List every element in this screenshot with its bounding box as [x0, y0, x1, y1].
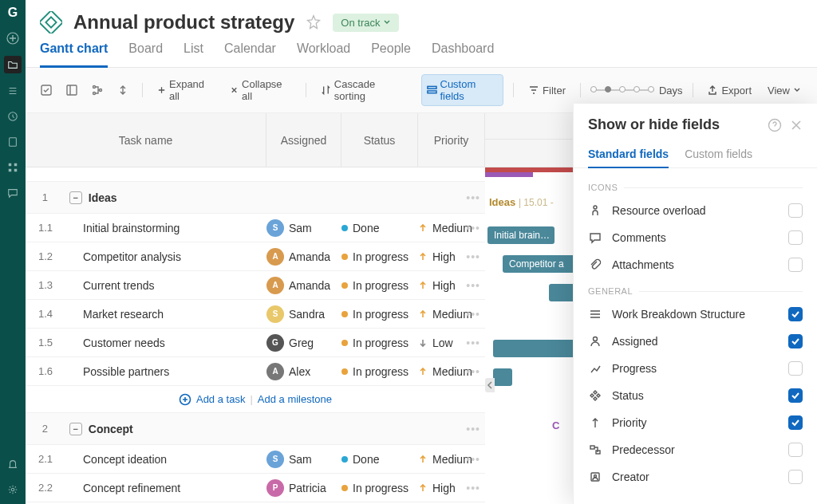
field-checkbox[interactable]: [788, 415, 803, 430]
gantt-bar-possible-partners[interactable]: [493, 368, 512, 386]
assigned-cell[interactable]: S Sam: [266, 451, 341, 468]
column-assigned[interactable]: Assigned: [266, 113, 341, 167]
add-task-row: Add a task | Add a milestone: [26, 386, 485, 413]
app-logo: G: [5, 5, 21, 21]
gear-icon[interactable]: [5, 482, 21, 498]
column-status[interactable]: Status: [341, 113, 418, 167]
field-checkbox[interactable]: [788, 230, 803, 245]
task-row[interactable]: 1.1 Initial brainstorming S Sam Done Med…: [26, 214, 485, 242]
collapse-all-button[interactable]: Collapse all: [225, 75, 296, 105]
task-row[interactable]: 1.3 Current trends A Amanda In progress …: [26, 271, 485, 300]
row-menu-icon[interactable]: •••: [466, 308, 480, 321]
help-icon[interactable]: [768, 118, 782, 132]
row-menu-icon[interactable]: •••: [466, 337, 480, 349]
creator-icon: [588, 470, 602, 484]
add-icon[interactable]: [5, 30, 21, 46]
priority-arrow-icon: [418, 223, 428, 233]
field-checkbox[interactable]: [788, 361, 803, 376]
tab-people[interactable]: People: [371, 41, 411, 67]
assigned-cell[interactable]: S Sandra: [266, 305, 341, 323]
task-row[interactable]: 1.2 Competitor analysis A Amanda In prog…: [26, 242, 485, 271]
field-checkbox[interactable]: [788, 203, 803, 218]
filter-button[interactable]: Filter: [523, 81, 570, 100]
column-priority[interactable]: Priority +: [418, 113, 485, 167]
wbs-cell: 1.3: [26, 279, 65, 291]
field-label: Progress: [612, 362, 779, 375]
select-all-icon[interactable]: [37, 82, 56, 98]
custom-fields-button[interactable]: Custom fields: [421, 74, 504, 106]
row-menu-icon[interactable]: •••: [466, 453, 480, 466]
field-checkbox[interactable]: [788, 258, 803, 272]
panel-tab-standard[interactable]: Standard fields: [588, 141, 669, 168]
task-row[interactable]: 1.5 Customer needs G Greg In progress Lo…: [26, 329, 485, 357]
status-cell[interactable]: Done: [341, 453, 418, 466]
assigned-cell[interactable]: P Patricia: [266, 479, 341, 497]
collapse-toggle[interactable]: −: [69, 423, 82, 435]
tab-calendar[interactable]: Calendar: [224, 41, 276, 67]
wbs-cell: 1.4: [26, 308, 65, 320]
field-checkbox[interactable]: [788, 443, 803, 457]
export-button[interactable]: Export: [702, 81, 756, 100]
project-status-chip[interactable]: On track: [333, 14, 399, 32]
status-cell[interactable]: In progress: [341, 250, 418, 263]
expand-all-button[interactable]: Expand all: [152, 75, 219, 105]
task-row[interactable]: 2.2 Concept refinement P Patricia In pro…: [26, 474, 485, 502]
row-menu-icon[interactable]: •••: [466, 423, 480, 435]
close-icon[interactable]: [790, 119, 803, 132]
status-cell[interactable]: In progress: [341, 482, 418, 494]
gantt-bar-initial-brainstorming[interactable]: Initial brain…: [487, 226, 555, 244]
folder-icon[interactable]: [4, 56, 22, 73]
hierarchy-icon[interactable]: [88, 82, 107, 98]
tab-gantt-chart[interactable]: Gantt chart: [40, 41, 108, 68]
row-menu-icon[interactable]: •••: [466, 222, 480, 234]
group-row[interactable]: 2 − Concept •••: [26, 413, 485, 445]
tab-workload[interactable]: Workload: [297, 41, 350, 67]
grid-icon[interactable]: [5, 159, 21, 175]
zoom-slider[interactable]: Days: [590, 85, 683, 96]
chat-icon[interactable]: [5, 185, 21, 201]
row-menu-icon[interactable]: •••: [466, 365, 480, 378]
tab-dashboard[interactable]: Dashboard: [432, 41, 494, 67]
panel-tab-custom[interactable]: Custom fields: [685, 141, 752, 167]
row-menu-icon[interactable]: •••: [466, 191, 480, 204]
add-milestone-link[interactable]: Add a milestone: [258, 393, 332, 405]
status-cell[interactable]: In progress: [341, 337, 418, 349]
field-checkbox[interactable]: [788, 307, 803, 321]
page-icon[interactable]: [5, 134, 21, 150]
row-menu-icon[interactable]: •••: [466, 279, 480, 292]
row-menu-icon[interactable]: •••: [466, 482, 480, 494]
assigned-cell[interactable]: A Amanda: [266, 277, 341, 294]
clock-icon[interactable]: [5, 108, 21, 124]
field-checkbox[interactable]: [788, 470, 803, 484]
status-cell[interactable]: Done: [341, 222, 418, 234]
column-task-name[interactable]: Task name: [26, 113, 266, 167]
tab-board[interactable]: Board: [128, 41, 163, 67]
task-row[interactable]: 2.1 Concept ideation S Sam Done Medium •…: [26, 445, 485, 474]
assigned-cell[interactable]: S Sam: [266, 219, 341, 237]
collapse-toggle[interactable]: −: [69, 191, 82, 204]
gantt-summary-concept[interactable]: [485, 172, 533, 177]
task-row[interactable]: 1.4 Market research S Sandra In progress…: [26, 300, 485, 329]
tab-list[interactable]: List: [184, 41, 203, 67]
group-row[interactable]: 1 − Ideas •••: [26, 182, 485, 214]
sort-icon: [321, 85, 331, 96]
indent-icon[interactable]: [113, 82, 132, 98]
status-cell[interactable]: In progress: [341, 279, 418, 292]
view-menu-button[interactable]: View: [763, 81, 806, 100]
list-icon[interactable]: [5, 83, 21, 99]
add-task-link[interactable]: Add a task: [196, 393, 245, 405]
bell-icon[interactable]: [5, 456, 21, 472]
cascade-sorting-button[interactable]: Cascade sorting: [316, 75, 408, 105]
status-cell[interactable]: In progress: [341, 365, 418, 378]
row-menu-icon[interactable]: •••: [466, 250, 480, 263]
task-row[interactable]: 1.6 Possible partners A Alex In progress…: [26, 357, 485, 386]
star-icon[interactable]: [306, 14, 322, 30]
gantt-scroll-left[interactable]: [485, 378, 495, 392]
field-checkbox[interactable]: [788, 388, 803, 403]
assigned-cell[interactable]: A Alex: [266, 363, 341, 380]
assigned-cell[interactable]: G Greg: [266, 334, 341, 352]
field-checkbox[interactable]: [788, 334, 803, 348]
assigned-cell[interactable]: A Amanda: [266, 248, 341, 266]
task-panel-icon[interactable]: [62, 82, 81, 98]
status-cell[interactable]: In progress: [341, 308, 418, 321]
